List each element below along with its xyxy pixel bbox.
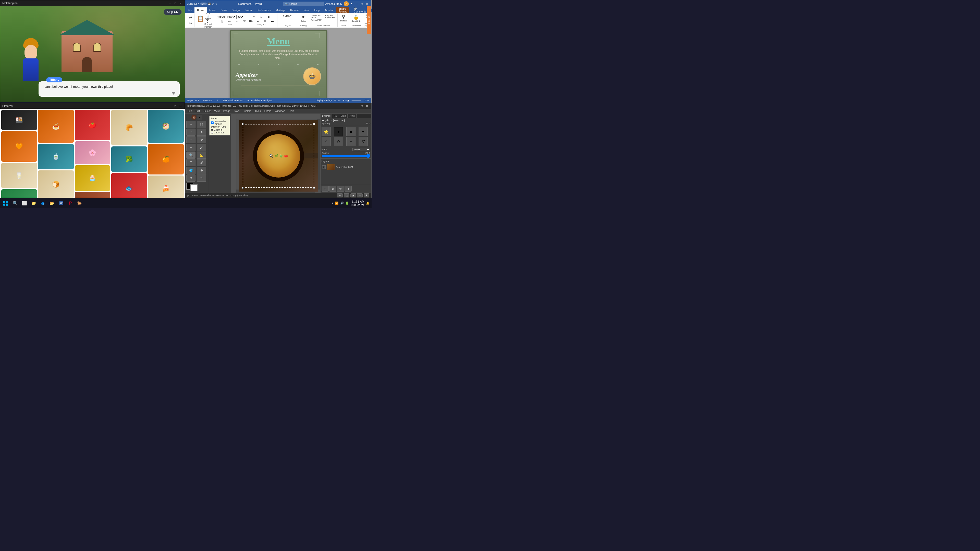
styles-button[interactable]: AaBbCc <box>281 14 295 24</box>
list-item[interactable]: 🥦 <box>111 146 147 172</box>
smudge-tool[interactable]: 〜 <box>197 175 206 182</box>
rect-select-tool[interactable]: ⬚ <box>197 121 206 128</box>
gradients-tab[interactable]: Grad <box>339 114 348 118</box>
gimp-menu-file[interactable]: File <box>186 109 193 113</box>
tab-acrobat[interactable]: Acrobat <box>322 7 336 13</box>
gimp-menu-tools[interactable]: Tools <box>253 109 262 113</box>
list-item[interactable]: 🥐 <box>111 110 147 145</box>
word-taskbar[interactable]: W <box>57 199 65 207</box>
list-item[interactable]: 🥗 <box>1 189 37 198</box>
focus-mode[interactable]: Focus <box>334 99 341 102</box>
gimp-menu-select[interactable]: Select <box>202 109 212 113</box>
zoom-in-radio[interactable] <box>211 129 213 131</box>
rotate-tool[interactable]: ↻ <box>197 136 206 143</box>
crop-tool[interactable]: ⊹ <box>186 136 196 143</box>
gimp-menu-edit[interactable]: Edit <box>194 109 201 113</box>
gimp-statusbar-btn-4[interactable]: ↗ <box>357 193 363 197</box>
list-item[interactable]: 🍱 <box>1 110 37 130</box>
pinterest-maximize[interactable]: □ <box>173 103 178 108</box>
word-close-button[interactable]: ✕ <box>365 2 369 6</box>
gimp-menu-help[interactable]: Help <box>287 109 296 113</box>
italic-button[interactable]: I <box>211 19 218 23</box>
delete-layer-button[interactable]: 🗑 <box>337 186 344 192</box>
pinterest-window[interactable]: Pinterest ─ □ ✕ 🍱 🧡 🥛 🥗 🍝 🍵 🍞 🍋 <box>0 103 185 198</box>
brushes-tab[interactable]: Brushes <box>321 114 332 118</box>
brush-item[interactable]: ○ <box>321 137 331 146</box>
gimp-menu-image[interactable]: Image <box>222 109 232 113</box>
gimp-menu-windows[interactable]: Windows <box>273 109 287 113</box>
scissors-tool[interactable]: ✂ <box>186 144 196 151</box>
zoom-tool[interactable]: 🔍 <box>186 151 196 159</box>
edge-taskbar[interactable] <box>39 199 47 207</box>
font-family-select[interactable]: Rockwell (Heading) <box>216 15 236 19</box>
brush-item[interactable]: △ <box>346 137 355 146</box>
tab-shapeformat[interactable]: Shape Format <box>336 7 349 13</box>
create-share-button[interactable]: Create and ShareAdobe PDF <box>310 14 323 24</box>
tab-layout[interactable]: Layout <box>242 7 255 13</box>
request-signatures-button[interactable]: RequestSignatures <box>324 14 336 24</box>
task-view-button[interactable]: ⬜ <box>21 199 29 207</box>
sensitivity-button[interactable]: 🔒Sensitivity <box>350 14 362 24</box>
notification-icon[interactable]: 🔔 <box>366 202 369 205</box>
brush-item[interactable]: ● <box>334 127 343 136</box>
tab-file[interactable]: File <box>185 7 194 13</box>
zoom-slider[interactable]: ────── <box>352 99 361 102</box>
tab-review[interactable]: Review <box>288 7 301 13</box>
lasso-tool[interactable]: ⬡ <box>186 129 196 136</box>
tab-references[interactable]: References <box>255 7 273 13</box>
heal-tool[interactable]: ⊕ <box>197 167 206 174</box>
taskbar-chevron-icon[interactable]: ∧ <box>332 202 334 205</box>
list-item[interactable]: 🧁 <box>75 165 110 191</box>
folder-taskbar[interactable]: 📂 <box>48 199 56 207</box>
gimp-statusbar-btn-5[interactable]: ⬆ <box>364 193 369 197</box>
tab-view[interactable]: View <box>301 7 312 13</box>
bullets-button[interactable]: ≡ <box>250 15 258 19</box>
pinterest-taskbar[interactable]: P <box>66 199 75 207</box>
appetizer-image[interactable]: 🍲 <box>303 67 321 85</box>
tool-options-icon[interactable]: ✕ <box>197 115 202 120</box>
dictate-button[interactable]: 🎙Dictate <box>339 14 348 24</box>
tab-design[interactable]: Design <box>229 7 242 13</box>
font-size-select[interactable]: 36 <box>236 15 244 19</box>
list-item[interactable]: 🧡 <box>1 131 37 162</box>
subscript-button[interactable]: X₂ <box>234 19 241 23</box>
fill-tool[interactable]: 🪣 <box>186 167 196 174</box>
handle-bl[interactable] <box>242 187 244 189</box>
word-minimize-button[interactable]: ─ <box>355 2 359 6</box>
align-center-button[interactable]: ☰ <box>254 19 261 23</box>
gimp-close[interactable]: ✕ <box>365 103 369 108</box>
brush-item[interactable]: ✦ <box>359 127 368 136</box>
move-tool[interactable]: ✥ <box>197 129 206 136</box>
layer-visibility-icon[interactable]: 👁 <box>322 165 326 169</box>
list-item[interactable]: 🥙 <box>148 110 184 143</box>
gimp-menu-view[interactable]: View <box>213 109 221 113</box>
word-search-bar[interactable]: 🔍 Search <box>283 2 324 6</box>
undo-button[interactable]: ↩ <box>187 15 194 20</box>
word-maximize-button[interactable]: □ <box>360 2 364 6</box>
patterns-tab[interactable]: Pat <box>332 114 339 118</box>
matchington-window[interactable]: Matchington ─ □ ✕ Skip ▶ <box>0 0 185 102</box>
close-button[interactable]: ✕ <box>178 1 183 5</box>
layer-item[interactable]: 👁 Screenshot 2021 <box>321 164 370 171</box>
list-item[interactable]: 🍊 <box>148 144 184 175</box>
file-explorer-taskbar[interactable]: 📁 <box>30 199 38 207</box>
measure-tool[interactable]: 📐 <box>197 151 206 159</box>
save-icon[interactable]: 💾 <box>208 3 211 5</box>
auto-resize-option[interactable]: Auto-resize window <box>211 120 228 125</box>
list-item[interactable]: 🍰 <box>148 176 184 198</box>
duplicate-layer-button[interactable]: ⧉ <box>329 186 336 192</box>
align-right-button[interactable]: ▤ <box>262 19 269 23</box>
text-tool[interactable]: T <box>186 159 196 166</box>
network-icon[interactable]: 📶 <box>335 202 339 205</box>
tab-insert[interactable]: Insert <box>207 7 218 13</box>
brush-item[interactable]: ▽ <box>359 137 368 146</box>
strikethrough-button[interactable]: ab <box>226 19 233 23</box>
volume-icon[interactable]: 🔊 <box>340 202 344 205</box>
tab-home[interactable]: Home <box>194 7 207 13</box>
background-color[interactable] <box>190 184 197 191</box>
skip-button[interactable]: Skip ▶▶ <box>164 9 182 15</box>
brush-item[interactable]: ◆ <box>346 127 355 136</box>
gimp-minimize[interactable]: ─ <box>355 103 359 108</box>
list-item[interactable]: 🍞 <box>38 170 74 198</box>
multilevel-button[interactable]: ≣ <box>265 15 272 19</box>
